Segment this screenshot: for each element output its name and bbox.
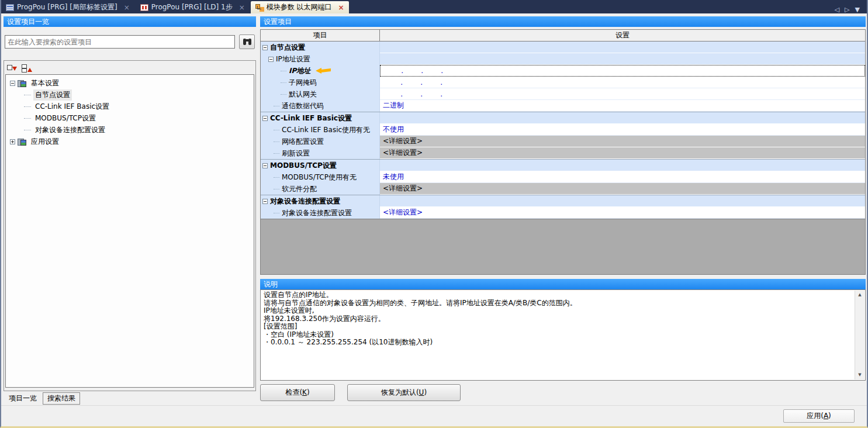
item-cell[interactable]: 对象设备连接配置设置 (261, 195, 380, 207)
tree-item-label: CC-Link IEF Basic设置 (33, 101, 111, 112)
settings-table-body: 自节点设置IP地址设置IP地址...子网掩码...默认网关...通信数据代码二进… (261, 42, 865, 219)
description-line: 请将与自节点通信的对象设备设置为相同的类、子网地址。请将IP地址设置在类A/类B… (264, 299, 851, 308)
item-cell[interactable]: 对象设备连接配置设置 (261, 207, 380, 219)
description-scrollbar[interactable]: ▲ ▼ (855, 291, 864, 379)
item-label: IP地址 (289, 66, 310, 76)
apply-button[interactable]: 应用(A) (783, 409, 855, 423)
collapse-all-icon[interactable] (7, 64, 18, 73)
item-label: 自节点设置 (270, 43, 305, 53)
tree-item[interactable]: CC-Link IEF Basic设置 (7, 101, 253, 112)
tree-guide (274, 130, 279, 130)
tree-guide (274, 213, 279, 213)
item-label: 默认网关 (289, 89, 317, 99)
tab-list-menu-icon[interactable]: ▼ (855, 6, 860, 13)
item-cell[interactable]: IP地址 (261, 65, 380, 77)
setting-item-list-panel: 设置项目一览 基本设置自节点设置CC-Link IEF Basic设置MODBU… (4, 16, 256, 404)
item-cell[interactable]: MODBUS/TCP使用有无 (261, 171, 380, 183)
setting-cell[interactable]: ... (380, 88, 865, 100)
expand-all-icon[interactable] (22, 64, 32, 73)
description-line: ・0.0.0.1 ～ 223.255.255.254 (以10进制数输入时) (264, 339, 851, 347)
tree-guide (24, 95, 31, 95)
column-header-item: 项目 (261, 30, 380, 41)
item-cell[interactable]: 网络配置设置 (261, 136, 380, 147)
editor-tab[interactable]: 模块参数 以太网端口× (251, 1, 349, 13)
tree-item-label: 对象设备连接配置设置 (33, 125, 107, 136)
setting-cell[interactable]: <详细设置> (380, 207, 865, 219)
tab-scroll-right-icon[interactable]: ▷ (845, 6, 849, 13)
setting-cell[interactable] (380, 42, 865, 53)
item-cell[interactable]: 软元件分配 (261, 183, 380, 195)
check-button[interactable]: 检查(K) (260, 384, 335, 401)
setting-cell[interactable]: 不使用 (380, 124, 865, 136)
restore-default-button[interactable]: 恢复为默认(U) (347, 384, 461, 401)
setting-cell[interactable]: <详细设置> (380, 183, 865, 195)
item-cell[interactable]: CC-Link IEF Basic设置 (261, 112, 380, 124)
setting-cell[interactable] (380, 112, 865, 124)
item-cell[interactable]: 自节点设置 (261, 42, 380, 53)
tree-guide (24, 106, 31, 107)
tree-item[interactable]: 对象设备连接配置设置 (7, 124, 253, 136)
item-label: 通信数据代码 (282, 101, 324, 111)
ip-octet-dot: . (423, 90, 442, 98)
tree-item-label: 自节点设置 (33, 89, 72, 101)
tab-close-icon[interactable]: × (124, 4, 130, 12)
tree-item-label: MODBUS/TCP设置 (33, 113, 98, 124)
setting-cell[interactable]: <详细设置> (380, 136, 865, 147)
tree-guide (24, 118, 31, 119)
tree-item[interactable]: MODBUS/TCP设置 (7, 112, 253, 124)
tree-guide (274, 141, 279, 142)
collapse-box-icon[interactable] (268, 57, 274, 62)
expand-box-icon[interactable] (10, 139, 15, 144)
tree-toolbar (5, 62, 254, 74)
collapse-box-icon[interactable] (262, 116, 268, 121)
tree-guide (274, 153, 279, 154)
setting-cell[interactable]: <详细设置> (380, 147, 865, 159)
item-label: IP地址设置 (276, 54, 310, 64)
search-button[interactable] (239, 34, 255, 49)
setting-cell[interactable] (380, 53, 865, 65)
tree-item[interactable]: 应用设置 (7, 136, 253, 147)
setting-cell[interactable]: ... (380, 65, 865, 77)
item-cell[interactable]: 子网掩码 (261, 77, 380, 88)
setting-cell[interactable]: ... (380, 77, 865, 88)
collapse-box-icon[interactable] (262, 45, 268, 50)
item-cell[interactable]: CC-Link IEF Basic使用有无 (261, 124, 380, 136)
setting-cell[interactable] (380, 195, 865, 207)
settings-table-header: 项目 设置 (261, 30, 865, 42)
collapse-box-icon[interactable] (262, 199, 268, 204)
setting-cell[interactable] (380, 160, 865, 171)
editor-tab[interactable]: ProgPou [PRG] [LD] 1步× (136, 1, 250, 13)
collapse-box-icon[interactable] (10, 81, 15, 86)
tree-item[interactable]: 自节点设置 (7, 89, 253, 101)
tab-close-icon[interactable]: × (338, 4, 344, 12)
tree-guide (281, 94, 286, 95)
tree-guide (274, 177, 279, 178)
tab-scroll-left-icon[interactable]: ◁ (835, 6, 839, 13)
tab-close-icon[interactable]: × (239, 4, 245, 12)
item-cell[interactable]: 刷新设置 (261, 147, 380, 159)
tab-item-list[interactable]: 项目一览 (5, 393, 41, 404)
setting-row: CC-Link IEF Basic设置 (261, 112, 865, 124)
scroll-down-icon[interactable]: ▼ (855, 371, 864, 379)
settings-table: 项目 设置 自节点设置IP地址设置IP地址...子网掩码...默认网关...通信… (260, 29, 866, 275)
description-line: 设置自节点的IP地址。 (264, 291, 851, 299)
tab-strip: ProgPou [PRG] [局部标签设置]×ProgPou [PRG] [LD… (1, 0, 350, 13)
setting-cell[interactable]: 二进制 (380, 100, 865, 112)
item-cell[interactable]: MODBUS/TCP设置 (261, 160, 380, 171)
item-cell[interactable]: IP地址设置 (261, 53, 380, 65)
editor-tab[interactable]: ProgPou [PRG] [局部标签设置]× (1, 1, 134, 13)
tree-item[interactable]: 基本设置 (7, 77, 253, 89)
ip-octet-dot: . (403, 67, 423, 75)
scroll-up-icon[interactable]: ▲ (855, 291, 864, 299)
setting-cell[interactable]: 未使用 (380, 171, 865, 183)
tab-label: ProgPou [PRG] [局部标签设置] (17, 2, 117, 12)
item-cell[interactable]: 通信数据代码 (261, 100, 380, 112)
collapse-box-icon[interactable] (262, 163, 268, 168)
ip-octet-dot: . (423, 67, 443, 75)
action-buttons: 检查(K) 恢复为默认(U) (260, 384, 866, 401)
search-input[interactable] (5, 35, 235, 49)
setting-row: CC-Link IEF Basic使用有无不使用 (261, 124, 865, 136)
tab-search-result[interactable]: 搜索结果 (43, 392, 80, 405)
item-cell[interactable]: 默认网关 (261, 88, 380, 100)
item-label: 子网掩码 (289, 78, 317, 88)
